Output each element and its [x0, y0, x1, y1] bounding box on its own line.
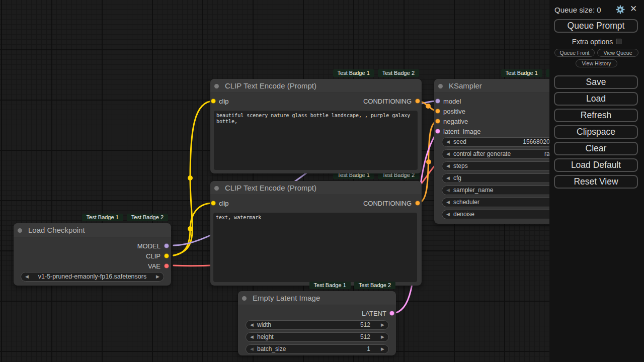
input-slot-model[interactable]: [435, 99, 440, 104]
widget-label: cfg: [453, 174, 461, 183]
refresh-button[interactable]: Refresh: [554, 109, 638, 122]
queue-size-label: Queue size: 0: [554, 6, 601, 14]
input-label-latent-image: latent_image: [443, 128, 480, 135]
output-slot-latent[interactable]: [389, 311, 394, 316]
collapse-dot-icon[interactable]: [18, 228, 22, 233]
input-label-clip: clip: [219, 200, 229, 207]
node-load-checkpoint[interactable]: Test Badge 1 Test Badge 2 Load Checkpoin…: [14, 223, 171, 286]
input-slot-clip[interactable]: [211, 99, 216, 104]
output-label-vae: VAE: [148, 263, 160, 269]
input-label-positive: positive: [443, 108, 465, 115]
widget-label: height: [257, 333, 274, 341]
left-arrow-icon[interactable]: ◀: [250, 345, 254, 353]
width-stepper[interactable]: ◀ width 512 ▶: [246, 320, 389, 330]
node-clip-text-encode-positive[interactable]: Test Badge 1 Test Badge 2 CLIP Text Enco…: [210, 79, 422, 173]
input-slot-positive[interactable]: [435, 109, 440, 114]
collapse-dot-icon[interactable]: [242, 296, 247, 301]
positive-prompt-textarea[interactable]: beautiful scenery nature glass bottle la…: [214, 111, 418, 170]
node-title: CLIP Text Encode (Prompt): [225, 81, 316, 90]
wire-midpoint-dot: [426, 104, 431, 109]
output-slot-clip[interactable]: [164, 253, 169, 258]
save-button[interactable]: Save: [554, 75, 638, 89]
ckpt-name-combo[interactable]: ◀ v1-5-pruned-emaonly-fp16.safetensors ▶: [21, 272, 164, 282]
reset-view-button[interactable]: Reset View: [554, 175, 638, 189]
close-icon[interactable]: ✕: [630, 4, 637, 14]
output-label-clip: CLIP: [146, 253, 160, 259]
widget-label: batch_size: [257, 345, 286, 353]
left-arrow-icon[interactable]: ◀: [446, 150, 450, 158]
graph-canvas[interactable]: Test Badge 1 Test Badge 2 CLIP Text Enco…: [0, 0, 644, 362]
input-slot-clip[interactable]: [211, 201, 216, 206]
node-badge-1: Test Badge 1: [82, 214, 123, 221]
left-arrow-icon[interactable]: ◀: [250, 321, 254, 329]
output-slot-conditioning[interactable]: [415, 99, 420, 104]
wire-clip-to-negative-prompt: [174, 203, 213, 255]
settings-gear-icon[interactable]: [616, 5, 625, 14]
view-queue-button[interactable]: View Queue: [597, 49, 638, 57]
output-slot-vae[interactable]: [164, 263, 169, 268]
left-arrow-icon[interactable]: ◀: [250, 333, 254, 341]
node-title-bar[interactable]: Empty Latent Image: [238, 291, 396, 305]
node-title-bar[interactable]: CLIP Text Encode (Prompt): [210, 181, 422, 195]
right-arrow-icon[interactable]: ▶: [156, 273, 159, 281]
node-empty-latent-image[interactable]: Test Badge 1 Test Badge 2 Empty Latent I…: [238, 291, 396, 355]
node-clip-text-encode-negative[interactable]: Test Badge 1 Test Badge 2 CLIP Text Enco…: [210, 181, 422, 286]
left-arrow-icon[interactable]: ◀: [446, 174, 450, 183]
widget-value: 512: [360, 321, 370, 329]
left-arrow-icon[interactable]: ◀: [446, 138, 450, 146]
widget-label: seed: [453, 138, 466, 146]
node-badge-2: Test Badge 2: [354, 282, 395, 289]
output-label-conditioning: CONDITIONING: [363, 200, 412, 207]
output-slot-model[interactable]: [164, 243, 169, 248]
left-arrow-icon[interactable]: ◀: [446, 198, 450, 207]
node-title: CLIP Text Encode (Prompt): [225, 184, 316, 192]
right-arrow-icon[interactable]: ▶: [381, 333, 384, 341]
queue-prompt-button[interactable]: Queue Prompt: [554, 19, 638, 33]
load-default-button[interactable]: Load Default: [554, 158, 638, 172]
load-button[interactable]: Load: [554, 92, 638, 106]
batch-size-stepper[interactable]: ◀ batch_size 1 ▶: [246, 344, 389, 354]
node-title: KSampler: [449, 81, 482, 90]
clear-button[interactable]: Clear: [554, 142, 638, 155]
widget-value: v1-5-pruned-emaonly-fp16.safetensors: [21, 273, 164, 281]
left-arrow-icon[interactable]: ◀: [446, 186, 450, 195]
node-badge-2: Test Badge 2: [378, 69, 419, 77]
node-badge-1: Test Badge 1: [333, 69, 374, 77]
clipspace-button[interactable]: Clipspace: [554, 125, 638, 139]
widget-label: denoise: [453, 210, 474, 219]
output-label-model: MODEL: [137, 243, 160, 249]
widget-label: scheduler: [453, 198, 479, 207]
widget-value: 512: [360, 333, 370, 341]
input-label-clip: clip: [219, 98, 229, 105]
wire-midpoint-dot: [426, 159, 431, 164]
collapse-dot-icon[interactable]: [214, 186, 219, 191]
wire-midpoint-dot: [188, 226, 193, 231]
height-stepper[interactable]: ◀ height 512 ▶: [246, 332, 389, 342]
node-title: Load Checkpoint: [28, 226, 85, 234]
input-slot-negative[interactable]: [435, 119, 440, 124]
collapse-dot-icon[interactable]: [438, 84, 443, 88]
queue-front-button[interactable]: Queue Front: [554, 49, 595, 57]
node-title-bar[interactable]: CLIP Text Encode (Prompt): [210, 79, 422, 93]
view-history-button[interactable]: View History: [576, 59, 617, 67]
widget-label: width: [257, 321, 271, 329]
wire-midpoint-dot: [188, 175, 193, 180]
node-badge-2: Test Badge 2: [127, 214, 168, 221]
output-slot-conditioning[interactable]: [415, 201, 420, 206]
left-arrow-icon[interactable]: ◀: [446, 162, 450, 170]
collapse-dot-icon[interactable]: [214, 84, 219, 88]
node-badge-1: Test Badge 1: [501, 69, 542, 77]
input-slot-latent-image[interactable]: [435, 129, 440, 134]
left-arrow-icon[interactable]: ◀: [446, 210, 450, 219]
input-label-model: model: [443, 98, 461, 105]
widget-label: sampler_name: [453, 186, 493, 195]
node-title-bar[interactable]: Load Checkpoint: [14, 223, 171, 237]
extra-options-checkbox[interactable]: [616, 39, 621, 44]
right-arrow-icon[interactable]: ▶: [381, 321, 384, 329]
negative-prompt-textarea[interactable]: text, watermark: [213, 213, 417, 282]
node-title: Empty Latent Image: [253, 294, 320, 302]
widget-label: control after generate: [453, 150, 511, 158]
output-label-latent: LATENT: [362, 310, 386, 317]
output-label-conditioning: CONDITIONING: [363, 98, 412, 105]
right-arrow-icon[interactable]: ▶: [381, 345, 384, 353]
